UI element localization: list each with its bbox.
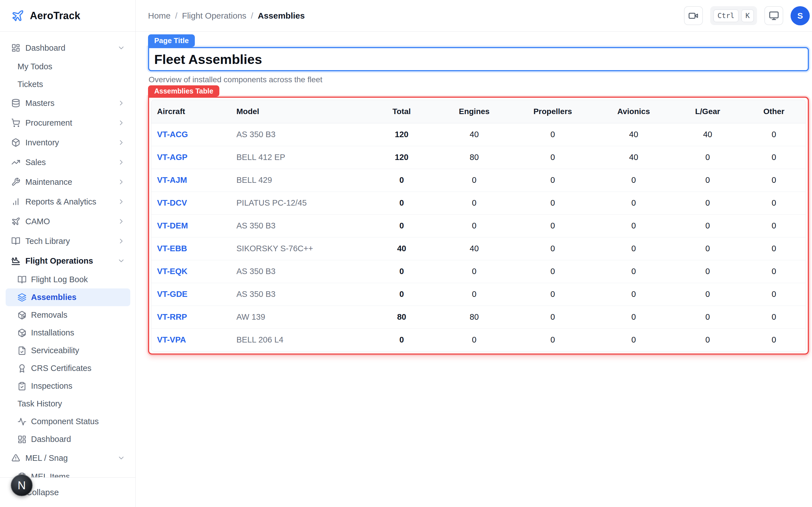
other-cell: 0	[742, 214, 806, 237]
assemblies-table-annotation-badge: Assemblies Table	[148, 86, 219, 97]
total-cell: 120	[366, 146, 437, 169]
table-row: VT-EBBSIKORSKY S-76C++40400000	[151, 237, 806, 260]
chevron-down-icon	[117, 44, 125, 52]
sidebar-item-maintenance[interactable]: Maintenance	[0, 172, 135, 192]
other-cell: 0	[742, 191, 806, 214]
aircraft-link[interactable]: VT-ACG	[151, 123, 236, 146]
plane-logo-icon	[11, 9, 24, 22]
avionics-cell: 0	[594, 305, 673, 328]
bottom-avatar[interactable]: N	[11, 474, 33, 496]
sidebar-item-assemblies[interactable]: Assemblies	[6, 288, 130, 306]
engines-cell: 0	[437, 191, 511, 214]
sidebar-item-label: Assemblies	[31, 293, 77, 302]
sidebar-item-inspections[interactable]: Inspections	[0, 377, 135, 395]
table-row: VT-EQKAS 350 B3000000	[151, 260, 806, 283]
lgear-cell: 0	[673, 283, 742, 305]
propellers-cell: 0	[511, 123, 594, 146]
sidebar-item-label: Inspections	[31, 381, 72, 391]
aircraft-link[interactable]: VT-AGP	[151, 146, 236, 169]
breadcrumb-separator: /	[251, 11, 253, 20]
cart-icon	[11, 118, 20, 127]
aircraft-link[interactable]: VT-EQK	[151, 260, 236, 283]
sidebar-item-flight-log-book[interactable]: Flight Log Book	[0, 271, 135, 288]
file-check-icon	[17, 346, 27, 355]
lgear-cell: 0	[673, 214, 742, 237]
column-header-model: Model	[236, 100, 366, 123]
sidebar-item-mel-snag[interactable]: MEL / Snag	[0, 448, 135, 468]
sidebar-item-dashboard[interactable]: Dashboard	[0, 38, 135, 58]
sidebar-item-sales[interactable]: Sales	[0, 152, 135, 172]
propellers-cell: 0	[511, 305, 594, 328]
sidebar-item-reports-analytics[interactable]: Reports & Analytics	[0, 192, 135, 212]
breadcrumb-separator: /	[175, 11, 177, 20]
chevron-right-icon	[117, 237, 125, 245]
propellers-cell: 0	[511, 283, 594, 305]
sidebar-item-dashboard[interactable]: Dashboard	[0, 431, 135, 448]
breadcrumb-item[interactable]: Home	[148, 11, 170, 20]
sidebar-item-tickets[interactable]: Tickets	[0, 75, 135, 93]
total-cell: 0	[366, 214, 437, 237]
other-cell: 0	[742, 260, 806, 283]
shortcut-key: Ctrl	[713, 9, 739, 22]
video-camera-icon	[688, 11, 698, 21]
model-cell: AS 350 B3	[236, 123, 366, 146]
sidebar-item-inventory[interactable]: Inventory	[0, 133, 135, 152]
sidebar-item-task-history[interactable]: Task History	[0, 395, 135, 413]
table-row: VT-AGPBELL 412 EP1208004000	[151, 146, 806, 169]
alert-triangle-icon	[11, 453, 20, 462]
page-content: Page Title Fleet Assemblies Overview of …	[136, 32, 812, 355]
total-cell: 0	[366, 328, 437, 351]
sidebar-item-my-todos[interactable]: My Todos	[0, 58, 135, 75]
topbar-actions: CtrlK S	[684, 6, 810, 25]
sidebar-item-flight-operations[interactable]: Flight Operations	[0, 251, 135, 271]
sidebar-item-serviceability[interactable]: Serviceability	[0, 342, 135, 359]
avionics-cell: 40	[594, 146, 673, 169]
sidebar-menu: DashboardMy TodosTicketsMastersProcureme…	[0, 32, 135, 507]
page-title-annotation-badge: Page Title	[148, 34, 195, 47]
column-header-engines: Engines	[437, 100, 511, 123]
sidebar-item-crs-certificates[interactable]: CRS Certificates	[0, 359, 135, 377]
aircraft-link[interactable]: VT-AJM	[151, 169, 236, 191]
sidebar-item-masters[interactable]: Masters	[0, 93, 135, 113]
total-cell: 0	[366, 191, 437, 214]
aircraft-link[interactable]: VT-DEM	[151, 214, 236, 237]
aircraft-link[interactable]: VT-GDE	[151, 283, 236, 305]
sidebar-item-procurement[interactable]: Procurement	[0, 113, 135, 133]
page-title-annotation-box: Fleet Assemblies	[148, 47, 809, 71]
layers-icon	[17, 293, 27, 302]
assemblies-table: AircraftModelTotalEnginesPropellersAvion…	[151, 100, 806, 351]
lgear-cell: 0	[673, 191, 742, 214]
trending-up-icon	[11, 158, 20, 167]
aircraft-link[interactable]: VT-VPA	[151, 328, 236, 351]
aircraft-link[interactable]: VT-RRP	[151, 305, 236, 328]
plane-landing-icon	[11, 256, 20, 265]
propellers-cell: 0	[511, 328, 594, 351]
table-row: VT-AJMBELL 429000000	[151, 169, 806, 191]
total-cell: 0	[366, 260, 437, 283]
user-avatar[interactable]: S	[791, 6, 810, 25]
engines-cell: 40	[437, 123, 511, 146]
avionics-cell: 40	[594, 123, 673, 146]
sidebar-item-installations[interactable]: Installations	[0, 324, 135, 342]
package-x-icon	[17, 311, 27, 320]
total-cell: 40	[366, 237, 437, 260]
dashboard-grid-icon	[17, 435, 27, 444]
command-palette-shortcut[interactable]: CtrlK	[710, 6, 757, 25]
sidebar-item-label: Tech Library	[26, 237, 70, 246]
aircraft-link[interactable]: VT-EBB	[151, 237, 236, 260]
table-row: VT-VPABELL 206 L4000000	[151, 328, 806, 351]
wrench-icon	[11, 177, 20, 186]
sidebar-item-label: CAMO	[26, 217, 50, 226]
sidebar-item-camo[interactable]: CAMO	[0, 212, 135, 231]
plane-icon	[11, 217, 20, 226]
total-cell: 120	[366, 123, 437, 146]
aircraft-link[interactable]: VT-DCV	[151, 191, 236, 214]
screen-record-button[interactable]	[684, 6, 703, 25]
sidebar-item-tech-library[interactable]: Tech Library	[0, 231, 135, 251]
sidebar-item-component-status[interactable]: Component Status	[0, 413, 135, 431]
breadcrumb-item[interactable]: Flight Operations	[182, 11, 246, 20]
lgear-cell: 40	[673, 123, 742, 146]
display-button[interactable]	[764, 6, 783, 25]
sidebar-item-removals[interactable]: Removals	[0, 306, 135, 324]
app-logo[interactable]: AeroTrack	[0, 0, 135, 32]
